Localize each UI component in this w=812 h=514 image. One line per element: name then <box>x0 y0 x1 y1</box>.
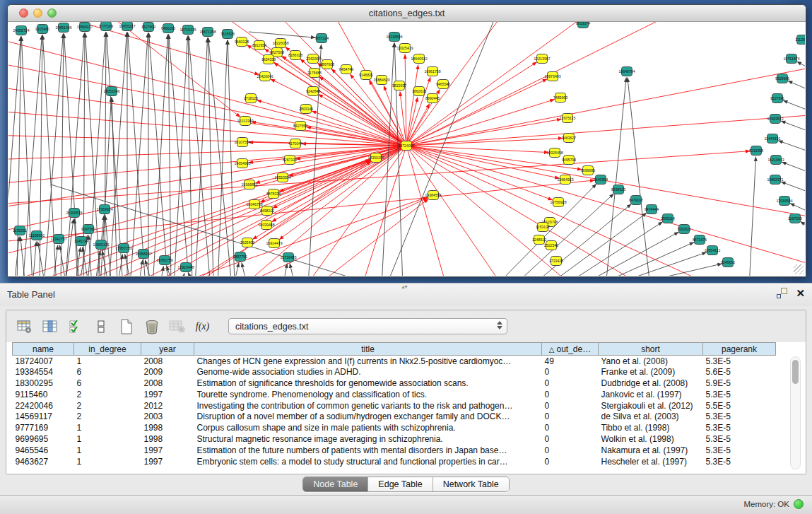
graph-node[interactable]: 8813074 <box>576 22 590 28</box>
graph-node[interactable]: 9242848 <box>306 87 320 96</box>
graph-node[interactable]: 1112853 <box>795 35 805 45</box>
graph-node[interactable]: 8471676 <box>693 235 707 245</box>
graph-node[interactable]: 8878334 <box>266 189 281 199</box>
graph-node[interactable]: 10655227 <box>119 22 135 31</box>
graph-node[interactable]: 9777169 <box>99 22 113 31</box>
graph-node[interactable]: 12213967 <box>534 54 550 64</box>
network-graph-svg[interactable]: 2405572491154602089140614569117977716910… <box>8 22 805 276</box>
table-row[interactable]: 1938455462009Genome-wide association stu… <box>13 366 776 378</box>
graph-node[interactable]: 9227341 <box>770 94 784 103</box>
graph-node[interactable]: 1527602 <box>141 23 155 32</box>
graph-node[interactable]: 17016504 <box>776 197 792 206</box>
memory-status-led-icon[interactable] <box>794 499 804 509</box>
column-header-short[interactable]: short <box>599 343 703 356</box>
graph-node[interactable]: 1153132 <box>536 223 550 232</box>
tab-network-table[interactable]: Network Table <box>433 477 509 491</box>
graph-node[interactable]: 9463627 <box>562 134 576 143</box>
splitter-handle-icon[interactable]: ▴▾ <box>402 284 408 290</box>
graph-node[interactable]: 4170044 <box>288 139 302 148</box>
graph-node[interactable]: 10756928 <box>550 198 566 207</box>
graph-node[interactable]: 16958107 <box>135 250 151 259</box>
column-header-name[interactable]: name <box>13 343 74 356</box>
graph-node[interactable]: 10973493 <box>544 72 560 81</box>
graph-node[interactable]: 16961758 <box>424 67 440 76</box>
graph-node[interactable]: 7932621 <box>677 225 691 234</box>
graph-node[interactable]: 10025458 <box>546 148 563 158</box>
graph-node[interactable]: 24055724 <box>13 26 29 35</box>
column-header-in_degree[interactable]: in_degree <box>74 343 141 356</box>
window-resize-grip[interactable] <box>794 264 804 274</box>
graph-node[interactable]: 2718126 <box>244 94 258 103</box>
graph-node[interactable]: 1145194 <box>74 237 88 246</box>
graph-node[interactable]: 9495794 <box>562 156 576 165</box>
graph-node[interactable]: 12093872 <box>767 115 783 124</box>
column-header-year[interactable]: year <box>141 343 194 356</box>
graph-node[interactable]: 2867608 <box>320 60 334 69</box>
graph-node[interactable]: 20891406 <box>55 23 71 33</box>
graph-node[interactable]: 6479197 <box>629 196 643 205</box>
graph-node[interactable]: 19218596 <box>386 33 402 42</box>
graph-node[interactable]: 2935114 <box>661 214 675 223</box>
graph-node[interactable]: 2522541 <box>544 241 558 250</box>
new-column-button[interactable] <box>117 317 136 337</box>
graph-node[interactable]: 9822037 <box>392 81 406 90</box>
graph-node[interactable]: 8267130 <box>283 156 297 165</box>
graph-node[interactable]: 9699695 <box>581 166 595 175</box>
graph-node[interactable]: 1733426 <box>549 257 563 266</box>
show-columns-button[interactable] <box>40 317 59 337</box>
graph-node[interactable]: 19166852 <box>241 180 257 189</box>
graph-node[interactable]: 1167533 <box>788 214 802 223</box>
graph-node[interactable]: 16210643 <box>767 156 784 165</box>
graph-node[interactable]: 12342757 <box>50 235 66 244</box>
tab-edge-table[interactable]: Edge Table <box>367 477 432 491</box>
graph-node[interactable]: 19384554 <box>425 191 441 200</box>
graph-node[interactable]: 15884520 <box>373 76 389 85</box>
graph-node[interactable]: 8990445 <box>425 94 440 103</box>
graph-node[interactable]: 8938923 <box>611 185 625 194</box>
table-row[interactable]: 2242004622012Investigating the contribut… <box>13 400 776 411</box>
tab-node-table[interactable]: Node Table <box>303 477 367 491</box>
graph-node[interactable]: 9115460 <box>35 25 49 34</box>
table-scrollbar[interactable] <box>790 356 801 469</box>
graph-node[interactable]: 8454749 <box>339 65 353 74</box>
graph-node[interactable]: 12975115 <box>560 114 576 123</box>
graph-node[interactable]: 9329966 <box>775 74 789 83</box>
table-row[interactable]: 977716911998Corpus callosum shape and si… <box>13 422 776 433</box>
graph-node[interactable]: 9660128 <box>235 37 249 47</box>
column-header-title[interactable]: title <box>194 343 542 356</box>
graph-node[interactable]: 8186328 <box>288 51 302 60</box>
table-row[interactable]: 911546021997Tourette syndrome. Phenomeno… <box>13 389 776 400</box>
column-header-pagerank[interactable]: pagerank <box>703 343 776 356</box>
graph-node[interactable]: 9146821 <box>359 71 373 80</box>
graph-node[interactable]: 16648784 <box>618 67 635 76</box>
graph-node[interactable]: 15892971 <box>767 175 783 185</box>
graph-node[interactable]: 8427552 <box>293 122 307 131</box>
graph-node[interactable]: 9245652 <box>721 258 735 267</box>
graph-node[interactable]: 9097587 <box>81 225 95 234</box>
table-row[interactable]: 1872400712008Changes of HCN gene express… <box>13 356 776 367</box>
table-row[interactable]: 946362711997Embryonic stem cells: a mode… <box>13 456 776 467</box>
graph-node[interactable]: 9474444 <box>645 205 659 214</box>
graph-node[interactable]: 20206576 <box>66 209 82 218</box>
close-panel-icon[interactable]: ✕ <box>796 288 805 298</box>
graph-node[interactable]: 9465546 <box>436 80 450 89</box>
graph-node[interactable]: 2803144 <box>299 105 313 114</box>
graph-node[interactable]: 7485063 <box>553 93 567 103</box>
network-canvas[interactable]: 2405572491154602089140614569117977716910… <box>8 22 805 276</box>
graph-node[interactable]: 18640910 <box>411 54 427 64</box>
graph-node[interactable]: 16914479 <box>266 239 282 248</box>
table-select-dropdown[interactable]: citations_edges.txt <box>228 318 507 334</box>
graph-node[interactable]: 14569117 <box>77 23 93 32</box>
graph-node[interactable]: 10654112 <box>705 246 721 255</box>
table-settings-button[interactable] <box>15 317 34 337</box>
table-row[interactable]: 1456911722003Disruption of a novel membe… <box>13 411 776 422</box>
delete-table-button[interactable] <box>167 317 187 337</box>
table-row[interactable]: 946554611997Estimation of the future num… <box>13 445 776 456</box>
delete-column-button[interactable] <box>142 317 161 337</box>
graph-node[interactable]: 9857791 <box>233 252 247 262</box>
graph-node[interactable]: 7515526 <box>220 30 235 39</box>
graph-node[interactable]: 8912954 <box>252 41 266 50</box>
float-panel-icon[interactable] <box>777 288 787 298</box>
graph-node[interactable]: 8215958 <box>749 146 763 156</box>
graph-node[interactable]: 12213369 <box>237 117 253 126</box>
